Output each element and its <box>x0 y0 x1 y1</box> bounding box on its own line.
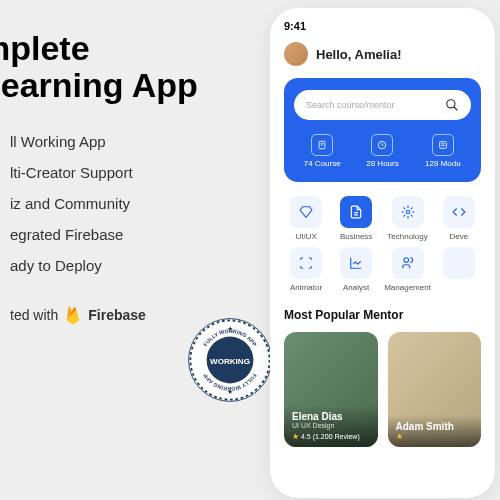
phone-mockup: 9:41 Hello, Amelia! Search course/mentor… <box>270 8 495 498</box>
chart-icon <box>349 256 363 270</box>
status-time: 9:41 <box>284 20 481 32</box>
stats-row: 74 Course 28 Hours 128 Modu <box>294 134 471 168</box>
category-business[interactable]: Business <box>334 196 378 241</box>
firebase-icon <box>64 304 82 326</box>
stat-hours[interactable]: 28 Hours <box>354 134 410 168</box>
mentor-card[interactable]: Adam Smith ★ <box>388 332 482 447</box>
feature-item: egrated Firebase <box>10 226 240 243</box>
category-dev[interactable]: Deve <box>437 196 481 241</box>
svg-point-13 <box>403 258 408 263</box>
search-icon <box>445 98 459 112</box>
greeting-text: Hello, Amelia! <box>316 47 401 62</box>
category-more[interactable] <box>437 247 481 292</box>
search-placeholder: Search course/mentor <box>306 100 395 110</box>
mentor-name: Elena Dias <box>292 411 370 422</box>
svg-point-8 <box>447 100 455 108</box>
category-analyst[interactable]: Analyst <box>334 247 378 292</box>
feature-item: lti-Creator Support <box>10 164 240 181</box>
stat-modules[interactable]: 128 Modu <box>415 134 471 168</box>
people-icon <box>401 256 415 270</box>
stat-courses[interactable]: 74 Course <box>294 134 350 168</box>
feature-item: ady to Deploy <box>10 257 240 274</box>
svg-text:WORKING: WORKING <box>210 357 250 366</box>
clipboard-icon <box>311 134 333 156</box>
hero-card: Search course/mentor 74 Course 28 Hours … <box>284 78 481 182</box>
category-technology[interactable]: Technology <box>384 196 431 241</box>
greeting-row: Hello, Amelia! <box>284 42 481 66</box>
categories-grid: UI/UX Business Technology Deve Animator … <box>284 196 481 292</box>
avatar[interactable] <box>284 42 308 66</box>
section-title: Most Popular Mentor <box>284 308 481 322</box>
star-icon: ★ <box>396 432 403 441</box>
mentor-card[interactable]: Elena Dias UI UX Design ★4.5 (1.200 Revi… <box>284 332 378 447</box>
feature-item: ll Working App <box>10 133 240 150</box>
category-uiux[interactable]: UI/UX <box>284 196 328 241</box>
category-management[interactable]: Management <box>384 247 431 292</box>
mentor-rating: ★ <box>396 432 474 441</box>
working-badge: WORKING FULLY WORKING APP FULLY WORKING … <box>185 315 275 405</box>
search-input[interactable]: Search course/mentor <box>294 90 471 120</box>
mentor-list: Elena Dias UI UX Design ★4.5 (1.200 Revi… <box>284 332 481 447</box>
feature-item: iz and Community <box>10 195 240 212</box>
gear-icon <box>401 205 415 219</box>
mentor-role: UI UX Design <box>292 422 370 429</box>
clock-icon <box>371 134 393 156</box>
mentor-name: Adam Smith <box>396 421 474 432</box>
marketing-panel: mplete Learning App ll Working App lti-C… <box>0 30 240 326</box>
diamond-icon <box>299 205 313 219</box>
document-icon <box>349 205 363 219</box>
star-icon: ★ <box>292 432 299 441</box>
category-animator[interactable]: Animator <box>284 247 328 292</box>
feature-list: ll Working App lti-Creator Support iz an… <box>10 133 240 274</box>
scan-icon <box>299 256 313 270</box>
modules-icon <box>432 134 454 156</box>
mentor-rating: ★4.5 (1.200 Review) <box>292 432 370 441</box>
svg-text:★: ★ <box>227 324 233 333</box>
svg-text:★: ★ <box>227 387 233 396</box>
code-icon <box>452 205 466 219</box>
svg-point-12 <box>406 210 410 214</box>
headline: mplete Learning App <box>0 30 240 105</box>
